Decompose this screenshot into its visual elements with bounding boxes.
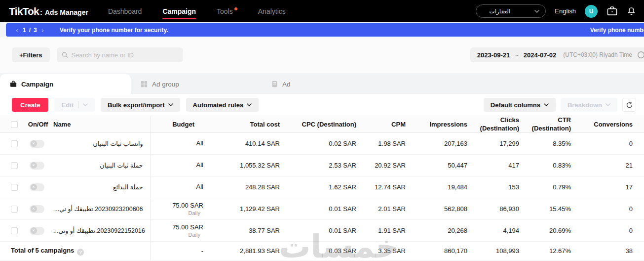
header-conversions[interactable]: Conversions: [571, 116, 644, 133]
campaign-row-4: × ...تطبيقك أو ني.20230923200606 75.00 S…: [0, 198, 644, 220]
conversions-cell: 21: [571, 155, 644, 176]
search-box[interactable]: [57, 47, 183, 62]
row-select-cell: [0, 198, 23, 220]
impressions-cell: 19,484: [406, 176, 467, 198]
ctr-cell: 15.45%: [519, 198, 571, 220]
impressions-cell: 207,163: [406, 133, 467, 155]
timezone-label: (UTC+03:00) Riyadh Time: [563, 51, 632, 58]
total-budget: -: [151, 242, 203, 261]
conversions-cell: 0: [571, 220, 644, 242]
nav-campaign[interactable]: Campaign: [162, 0, 196, 22]
tab-ad[interactable]: Ad: [262, 74, 392, 94]
notification-banner: ‹ 1 / 3 › Verify your phone number for s…: [6, 23, 644, 37]
main-nav: Dashboard Campaign Tools Analytics: [108, 0, 286, 22]
select-all-checkbox[interactable]: [11, 121, 18, 128]
tab-ad-group[interactable]: Ad group: [131, 74, 262, 94]
language-selector[interactable]: English: [555, 7, 576, 15]
name-arabic: واتساب ثبات البنيان: [93, 140, 143, 147]
info-icon: [637, 51, 644, 59]
header-ctr-line2: (Destination): [519, 125, 571, 132]
chevron-down-icon: [168, 103, 173, 106]
verify-phone-button[interactable]: Verify phone number: [590, 27, 644, 34]
campaign-name[interactable]: ...تطبيقك أو ني.20230923200606: [53, 198, 151, 220]
row-toggle-cell: ×: [23, 133, 53, 155]
campaign-name[interactable]: واتساب ثبات البنيان: [53, 133, 151, 155]
filters-button[interactable]: +Filters: [12, 47, 50, 62]
date-range-picker[interactable]: 2023-09-21 ~ 2024-07-02 (UTC+03:00) Riya…: [470, 47, 644, 62]
tiktok-logo[interactable]: TikTok : Ads Manager: [9, 5, 88, 17]
table-toolbar: Create Edit Bulk export/import Automated…: [0, 94, 644, 116]
nav-dashboard[interactable]: Dashboard: [108, 0, 142, 22]
search-input[interactable]: [71, 51, 178, 59]
header-ctr[interactable]: CTR(Destination): [519, 116, 571, 133]
row-checkbox[interactable]: [11, 140, 18, 147]
clicks-cell: 153: [467, 176, 519, 198]
header-cpm[interactable]: CPM: [356, 116, 406, 133]
banner-next-button[interactable]: ›: [38, 26, 47, 34]
row-toggle-cell: ×: [23, 198, 53, 220]
clicks-cell: 86,930: [467, 198, 519, 220]
ctr-cell: 0.79%: [519, 176, 571, 198]
campaign-panel: Create Edit Bulk export/import Automated…: [0, 94, 644, 261]
campaign-tab-icon: [10, 81, 17, 87]
campaign-name[interactable]: حملة ثبات البنيان: [53, 155, 151, 176]
edit-button-label: Edit: [61, 101, 74, 109]
tab-campaign[interactable]: Campaign: [0, 74, 131, 94]
campaign-name[interactable]: ...تطبيقك أو وني.20230922152016: [53, 220, 151, 242]
notifications-button[interactable]: [627, 6, 636, 16]
campaign-toggle[interactable]: ×: [30, 140, 44, 148]
campaign-toggle[interactable]: ×: [30, 227, 44, 235]
header-budget[interactable]: Budget: [151, 116, 203, 133]
row-checkbox[interactable]: [11, 162, 18, 169]
campaign-toggle[interactable]: ×: [30, 183, 44, 191]
ad-group-tab-icon: [141, 81, 148, 87]
header-ctr-line1: CTR: [519, 116, 571, 124]
row-checkbox[interactable]: [11, 206, 18, 213]
total-cost-cell: 410.14 SAR: [203, 133, 280, 155]
user-avatar[interactable]: U: [585, 5, 598, 18]
toggle-off-icon: ×: [31, 184, 37, 190]
cpm-cell: 1.91 SAR: [356, 220, 406, 242]
help-icon[interactable]: ?: [77, 249, 84, 256]
select-all-cell: [0, 116, 23, 133]
edit-button[interactable]: Edit: [54, 98, 95, 112]
header-clicks[interactable]: Clicks(Destination): [467, 116, 519, 133]
header-impressions[interactable]: Impressions: [406, 116, 467, 133]
cpc-cell: 0.01 SAR: [280, 198, 356, 220]
cpm-cell: 12.74 SAR: [356, 176, 406, 198]
logo-product-name: Ads Manager: [45, 8, 88, 16]
campaign-name[interactable]: حملة البدائع: [53, 176, 151, 198]
nav-tools[interactable]: Tools: [217, 0, 237, 22]
nav-analytics[interactable]: Analytics: [258, 0, 286, 22]
bulk-export-import-button[interactable]: Bulk export/import: [101, 98, 180, 112]
row-checkbox[interactable]: [11, 184, 18, 191]
banner-prev-button[interactable]: ‹: [13, 26, 21, 34]
campaign-toggle[interactable]: ×: [30, 162, 44, 170]
refresh-icon: [626, 101, 633, 109]
header-cpc[interactable]: CPC (Destination): [280, 116, 356, 133]
logo-text: TikTok: [9, 5, 39, 17]
briefcase-icon: [606, 6, 618, 16]
impressions-cell: 562,808: [406, 198, 467, 220]
account-selector-dropdown[interactable]: العقارات: [476, 4, 546, 18]
chevron-down-icon: [83, 103, 88, 106]
name-arabic: حملة البدائع: [113, 184, 143, 191]
header-onoff: On/Off: [23, 116, 53, 133]
ctr-cell: 20.69%: [519, 220, 571, 242]
table-header-row: On/Off Name Budget Total cost CPC (Desti…: [0, 116, 644, 133]
tools-notification-dot: [234, 7, 237, 10]
row-checkbox[interactable]: [11, 227, 18, 234]
create-button[interactable]: Create: [12, 98, 48, 112]
header-total-cost[interactable]: Total cost: [203, 116, 280, 133]
breakdown-button[interactable]: Breakdown: [561, 98, 617, 112]
automated-rules-button[interactable]: Automated rules: [186, 98, 259, 112]
name-arabic: حملة ثبات البنيان: [100, 162, 143, 169]
name-ellipsis: ...: [54, 206, 59, 213]
nav-campaign-label: Campaign: [162, 7, 196, 15]
banner-page-divider: /: [29, 27, 31, 34]
conversions-cell: 0: [571, 198, 644, 220]
default-columns-button[interactable]: Default columns: [484, 98, 556, 112]
business-center-button[interactable]: [606, 6, 618, 16]
campaign-toggle[interactable]: ×: [30, 205, 44, 213]
refresh-button[interactable]: [622, 98, 636, 112]
